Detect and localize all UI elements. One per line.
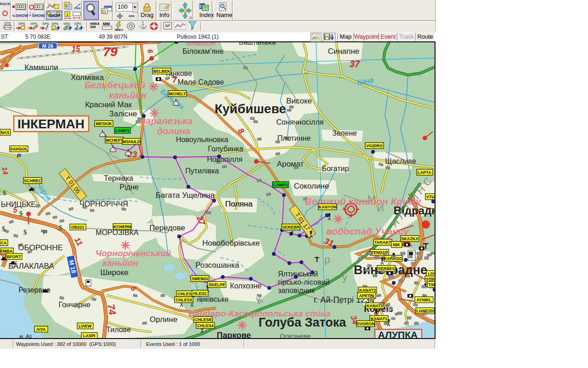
svg-text:GPS: GPS — [74, 28, 81, 31]
svg-text:GPS: GPS — [18, 22, 25, 25]
svg-text:GPS: GPS — [63, 22, 70, 25]
svg-text:I: I — [200, 4, 201, 9]
svg-text:GPS: GPS — [30, 22, 37, 25]
svg-text:NMEA: NMEA — [115, 29, 123, 31]
svg-text:GPS: GPS — [42, 22, 49, 25]
svg-text:1: 1 — [65, 3, 67, 8]
svg-text:LINE: LINE — [74, 7, 81, 10]
svg-text:GPS: GPS — [74, 22, 81, 25]
svg-text:1: 1 — [66, 12, 68, 17]
svg-text:GPS: GPS — [51, 22, 58, 25]
